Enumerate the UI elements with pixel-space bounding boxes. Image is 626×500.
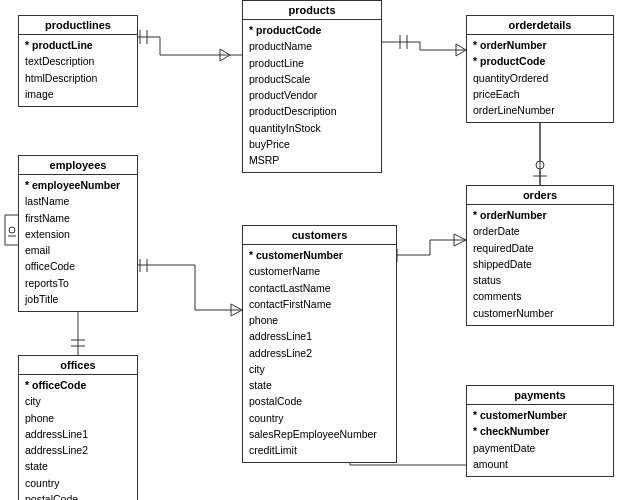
field-products-productScale: productScale (249, 71, 375, 87)
svg-line-6 (220, 49, 230, 55)
field-orders-customerNumber: customerNumber (473, 305, 607, 321)
field-customers-addressLine1: addressLine1 (249, 328, 390, 344)
field-customers-contactFirstName: contactFirstName (249, 296, 390, 312)
field-orders-requiredDate: requiredDate (473, 240, 607, 256)
entity-products-fields: * productCode productName productLine pr… (243, 20, 381, 172)
field-customers-phone: phone (249, 312, 390, 328)
entity-employees: employees * employeeNumber lastName firs… (18, 155, 138, 312)
field-offices-addressLine1: addressLine1 (25, 426, 131, 442)
field-orders-comments: comments (473, 288, 607, 304)
field-employees-employeeNumber: * employeeNumber (25, 177, 131, 193)
entity-payments-header: payments (467, 386, 613, 405)
field-customers-addressLine2: addressLine2 (249, 345, 390, 361)
entity-orders-header: orders (467, 186, 613, 205)
field-products-quantityInStock: quantityInStock (249, 120, 375, 136)
field-customers-customerName: customerName (249, 263, 390, 279)
field-customers-contactLastName: contactLastName (249, 280, 390, 296)
entity-customers-fields: * customerNumber customerName contactLas… (243, 245, 396, 462)
entity-orderdetails-header: orderdetails (467, 16, 613, 35)
entity-products: products * productCode productName produ… (242, 0, 382, 173)
field-orders-shippedDate: shippedDate (473, 256, 607, 272)
field-employees-reportsTo: reportsTo (25, 275, 131, 291)
entity-productlines: productlines * productLine textDescripti… (18, 15, 138, 107)
field-productlines-productLine: * productLine (25, 37, 131, 53)
entity-orders-fields: * orderNumber orderDate requiredDate shi… (467, 205, 613, 325)
field-offices-state: state (25, 458, 131, 474)
entity-customers-header: customers (243, 226, 396, 245)
svg-line-38 (231, 304, 242, 310)
svg-line-7 (220, 55, 230, 61)
entity-customers: customers * customerNumber customerName … (242, 225, 397, 463)
entity-payments-fields: * customerNumber * checkNumber paymentDa… (467, 405, 613, 476)
field-orderdetails-orderLineNumber: orderLineNumber (473, 102, 607, 118)
entity-employees-fields: * employeeNumber lastName firstName exte… (19, 175, 137, 311)
field-offices-phone: phone (25, 410, 131, 426)
field-productlines-image: image (25, 86, 131, 102)
svg-line-44 (454, 234, 466, 240)
field-products-productDescription: productDescription (249, 103, 375, 119)
field-products-productName: productName (249, 38, 375, 54)
field-orderdetails-orderNumber: * orderNumber (473, 37, 607, 53)
field-offices-addressLine2: addressLine2 (25, 442, 131, 458)
field-customers-country: country (249, 410, 390, 426)
entity-offices-fields: * officeCode city phone addressLine1 add… (19, 375, 137, 500)
entity-payments: payments * customerNumber * checkNumber … (466, 385, 614, 477)
entity-offices: offices * officeCode city phone addressL… (18, 355, 138, 500)
field-employees-officeCode: officeCode (25, 258, 131, 274)
field-employees-email: email (25, 242, 131, 258)
field-orderdetails-productCode: * productCode (473, 53, 607, 69)
field-payments-checkNumber: * checkNumber (473, 423, 607, 439)
svg-point-24 (9, 227, 15, 233)
field-customers-salesRepEmployeeNumber: salesRepEmployeeNumber (249, 426, 390, 442)
field-productlines-htmlDescription: htmlDescription (25, 70, 131, 86)
field-customers-state: state (249, 377, 390, 393)
field-products-msrp: MSRP (249, 152, 375, 168)
field-orders-orderDate: orderDate (473, 223, 607, 239)
entity-orderdetails-fields: * orderNumber * productCode quantityOrde… (467, 35, 613, 122)
field-offices-city: city (25, 393, 131, 409)
field-products-productLine: productLine (249, 55, 375, 71)
field-employees-lastName: lastName (25, 193, 131, 209)
field-customers-postalCode: postalCode (249, 393, 390, 409)
field-payments-amount: amount (473, 456, 607, 472)
svg-line-45 (454, 240, 466, 246)
svg-line-15 (456, 50, 466, 56)
entity-productlines-fields: * productLine textDescription htmlDescri… (19, 35, 137, 106)
svg-point-19 (536, 161, 544, 169)
svg-line-39 (231, 310, 242, 316)
entity-orderdetails: orderdetails * orderNumber * productCode… (466, 15, 614, 123)
field-employees-firstName: firstName (25, 210, 131, 226)
svg-line-14 (456, 44, 466, 50)
field-offices-officeCode: * officeCode (25, 377, 131, 393)
field-payments-paymentDate: paymentDate (473, 440, 607, 456)
field-customers-customerNumber: * customerNumber (249, 247, 390, 263)
entity-offices-header: offices (19, 356, 137, 375)
field-orders-status: status (473, 272, 607, 288)
field-productlines-textDescription: textDescription (25, 53, 131, 69)
field-products-buyPrice: buyPrice (249, 136, 375, 152)
field-orderdetails-quantityOrdered: quantityOrdered (473, 70, 607, 86)
field-employees-extension: extension (25, 226, 131, 242)
erd-diagram: productlines * productLine textDescripti… (0, 0, 626, 500)
entity-employees-header: employees (19, 156, 137, 175)
field-offices-country: country (25, 475, 131, 491)
entity-productlines-header: productlines (19, 16, 137, 35)
field-products-productCode: * productCode (249, 22, 375, 38)
field-offices-postalCode: postalCode (25, 491, 131, 500)
entity-products-header: products (243, 1, 381, 20)
field-orderdetails-priceEach: priceEach (473, 86, 607, 102)
field-customers-city: city (249, 361, 390, 377)
field-products-productVendor: productVendor (249, 87, 375, 103)
field-payments-customerNumber: * customerNumber (473, 407, 607, 423)
field-orders-orderNumber: * orderNumber (473, 207, 607, 223)
field-customers-creditLimit: creditLimit (249, 442, 390, 458)
entity-orders: orders * orderNumber orderDate requiredD… (466, 185, 614, 326)
field-employees-jobTitle: jobTitle (25, 291, 131, 307)
